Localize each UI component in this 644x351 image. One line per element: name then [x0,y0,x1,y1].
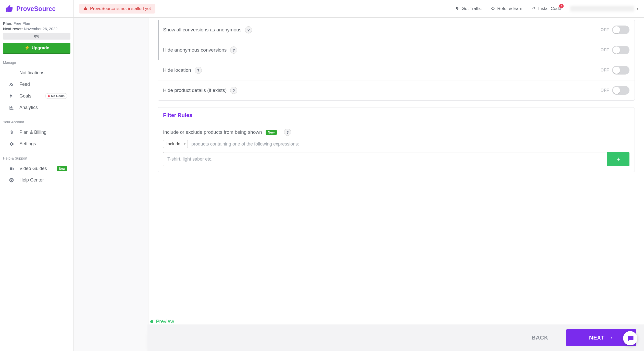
next-reset-row: Next reset: November 26, 2022 [3,27,70,31]
intercom-chat-button[interactable] [623,331,637,345]
setting-hide-location: Hide location ? OFF [158,60,635,80]
handshake-icon [491,6,495,12]
install-alert[interactable]: ProveSource is not installed yet [79,4,155,14]
nav-label: Feed [19,82,30,87]
plus-icon: + [616,156,620,163]
preview-label-row: Preview [150,319,174,324]
dot-red-icon [48,95,50,97]
alert-badge-icon: ! [559,4,564,8]
expression-input[interactable] [163,152,607,166]
toggle-hide-product[interactable] [612,86,629,95]
sidebar-item-goals[interactable]: Goals No Goals [3,90,70,102]
sidebar-item-help-center[interactable]: Help Center [3,174,70,186]
nav-label: Settings [19,141,36,147]
chevron-down-icon: ▼ [636,7,639,10]
warning-icon [83,6,88,11]
sidebar-item-settings[interactable]: Settings [3,138,70,150]
toggle-state-label: OFF [601,48,609,52]
help-icon[interactable]: ? [195,67,202,74]
nav-label: Analytics [19,105,38,110]
filter-rules-card: Filter Rules Include or exclude products… [158,107,635,172]
sidebar-item-video-guides[interactable]: Video Guides New [3,163,70,174]
help-icon[interactable]: ? [230,87,237,94]
toggle-state-label: OFF [601,28,609,32]
status-dot-icon [150,320,153,323]
thumbs-up-icon [5,4,14,13]
filter-rules-subtitle: Include or exclude products from being s… [163,129,262,135]
help-icon[interactable]: ? [230,46,237,54]
sidebar-item-analytics[interactable]: Analytics [3,102,70,113]
toggle-state-label: OFF [601,88,609,93]
bar-chart-icon [9,105,14,110]
filter-description: products containing one of the following… [191,141,299,147]
gear-icon [9,141,14,147]
rss-icon [9,82,14,87]
setting-hide-anon: Hide anonymous conversions ? OFF [158,40,635,60]
content-left-gutter [74,18,148,351]
usage-progress: 0% [3,33,70,40]
bars-icon [9,70,14,76]
topbar: ProveSource is not installed yet Get Tra… [74,0,644,18]
nav-label: Plan & Billing [19,130,46,135]
toggle-hide-location[interactable] [612,66,629,75]
include-exclude-select[interactable]: Include [163,140,188,148]
new-badge: New [266,130,277,135]
code-icon [531,6,536,12]
toggle-state-label: OFF [601,68,609,72]
plan-row: Plan: Free Plan [3,21,70,26]
nav-label: Help Center [19,177,44,183]
chat-icon [626,334,634,342]
setting-anonymous: Show all conversions as anonymous ? OFF [158,20,635,40]
sidebar-item-notifications[interactable]: Notifications [3,67,70,79]
logo-area: ProveSource [0,0,73,18]
section-manage: Manage [3,60,70,65]
bolt-icon: ⚡ [24,45,30,51]
back-button[interactable]: BACK [524,331,556,345]
video-icon [9,166,14,171]
flag-icon [9,93,14,99]
add-expression-button[interactable]: + [607,152,629,166]
no-goals-badge: No Goals [45,93,67,99]
help-icon[interactable]: ? [284,129,291,136]
nav-label: Video Guides [19,166,47,171]
refer-earn-link[interactable]: Refer & Earn [491,6,522,12]
wizard-footer: BACK NEXT → [147,324,644,351]
get-traffic-link[interactable]: Get Traffic [455,6,481,12]
arrow-right-icon: → [608,334,614,341]
brand-name: ProveSource [16,5,56,13]
install-code-link[interactable]: Install Code ! [531,6,561,12]
toggle-hide-anon[interactable] [612,46,629,54]
sidebar-item-feed[interactable]: Feed [3,79,70,90]
toggle-anonymous[interactable] [612,26,629,34]
cursor-icon [455,6,460,12]
new-badge: New [57,166,67,171]
nav-label: Goals [19,93,31,99]
filter-rules-title: Filter Rules [158,107,635,123]
lifebuoy-icon [9,178,14,183]
dollar-icon [9,130,14,135]
help-icon[interactable]: ? [245,26,252,33]
section-help: Help & Support [3,156,70,160]
user-menu[interactable]: ▼ [570,6,639,11]
section-account: Your Account [3,120,70,124]
setting-hide-product: Hide product details (if exists) ? OFF [158,80,635,100]
sidebar-item-billing[interactable]: Plan & Billing [3,127,70,138]
brand-logo[interactable]: ProveSource [5,4,56,13]
sidebar: ProveSource Plan: Free Plan Next reset: … [0,0,74,351]
nav-label: Notifications [19,70,44,76]
privacy-settings-card: Show all conversions as anonymous ? OFF … [158,20,635,101]
user-email-blurred [570,6,634,11]
upgrade-button[interactable]: ⚡ Upgrade [3,43,70,54]
